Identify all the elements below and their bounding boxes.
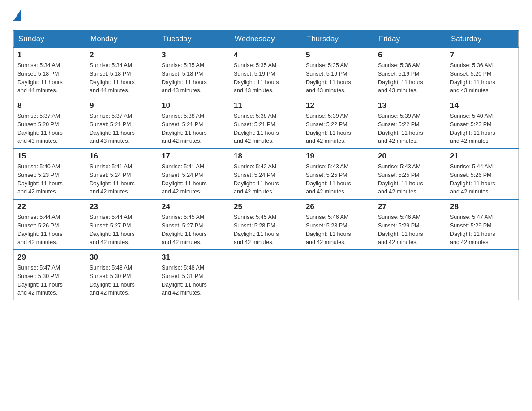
day-info: Sunrise: 5:34 AMSunset: 5:18 PMDaylight:… xyxy=(90,61,154,95)
weekday-header-friday: Friday xyxy=(374,30,446,47)
calendar-cell: 17Sunrise: 5:41 AMSunset: 5:24 PMDayligh… xyxy=(158,149,230,199)
day-number: 6 xyxy=(378,51,442,60)
calendar-week-3: 15Sunrise: 5:40 AMSunset: 5:23 PMDayligh… xyxy=(14,149,519,199)
day-info: Sunrise: 5:39 AMSunset: 5:22 PMDaylight:… xyxy=(306,112,370,146)
day-info: Sunrise: 5:43 AMSunset: 5:25 PMDaylight:… xyxy=(306,163,370,196)
calendar-cell: 30Sunrise: 5:48 AMSunset: 5:30 PMDayligh… xyxy=(86,250,158,300)
calendar-cell xyxy=(446,250,519,300)
day-info: Sunrise: 5:47 AMSunset: 5:29 PMDaylight:… xyxy=(450,213,515,247)
day-number: 4 xyxy=(234,51,298,60)
day-info: Sunrise: 5:41 AMSunset: 5:24 PMDaylight:… xyxy=(90,163,154,196)
day-number: 29 xyxy=(17,253,82,262)
day-number: 22 xyxy=(17,202,82,211)
calendar-cell: 22Sunrise: 5:44 AMSunset: 5:26 PMDayligh… xyxy=(14,199,86,250)
day-info: Sunrise: 5:36 AMSunset: 5:20 PMDaylight:… xyxy=(450,61,515,95)
calendar-cell: 10Sunrise: 5:38 AMSunset: 5:21 PMDayligh… xyxy=(158,98,230,149)
logo-triangle-icon xyxy=(14,10,21,20)
calendar-header-row: SundayMondayTuesdayWednesdayThursdayFrid… xyxy=(14,30,519,47)
day-number: 11 xyxy=(234,101,298,110)
calendar-cell: 8Sunrise: 5:37 AMSunset: 5:20 PMDaylight… xyxy=(14,98,86,149)
day-info: Sunrise: 5:45 AMSunset: 5:28 PMDaylight:… xyxy=(234,213,298,247)
calendar-table: SundayMondayTuesdayWednesdayThursdayFrid… xyxy=(13,30,519,300)
calendar-week-5: 29Sunrise: 5:47 AMSunset: 5:30 PMDayligh… xyxy=(14,250,519,300)
calendar-cell: 13Sunrise: 5:39 AMSunset: 5:22 PMDayligh… xyxy=(374,98,446,149)
day-number: 23 xyxy=(90,202,154,211)
day-number: 18 xyxy=(234,152,298,161)
calendar-cell: 3Sunrise: 5:35 AMSunset: 5:18 PMDaylight… xyxy=(158,47,230,98)
day-info: Sunrise: 5:44 AMSunset: 5:27 PMDaylight:… xyxy=(90,213,154,247)
weekday-header-thursday: Thursday xyxy=(302,30,374,47)
day-info: Sunrise: 5:34 AMSunset: 5:18 PMDaylight:… xyxy=(17,61,82,95)
calendar-cell xyxy=(230,250,302,300)
calendar-cell: 16Sunrise: 5:41 AMSunset: 5:24 PMDayligh… xyxy=(86,149,158,199)
day-number: 15 xyxy=(17,152,82,161)
day-number: 1 xyxy=(17,51,82,60)
day-info: Sunrise: 5:44 AMSunset: 5:26 PMDaylight:… xyxy=(17,213,82,247)
day-info: Sunrise: 5:37 AMSunset: 5:20 PMDaylight:… xyxy=(17,112,82,146)
calendar-cell: 24Sunrise: 5:45 AMSunset: 5:27 PMDayligh… xyxy=(158,199,230,250)
calendar-cell xyxy=(374,250,446,300)
day-number: 20 xyxy=(378,152,442,161)
day-info: Sunrise: 5:41 AMSunset: 5:24 PMDaylight:… xyxy=(162,163,226,196)
day-info: Sunrise: 5:36 AMSunset: 5:19 PMDaylight:… xyxy=(378,61,442,95)
calendar-week-2: 8Sunrise: 5:37 AMSunset: 5:20 PMDaylight… xyxy=(14,98,519,149)
calendar-cell: 31Sunrise: 5:48 AMSunset: 5:31 PMDayligh… xyxy=(158,250,230,300)
day-info: Sunrise: 5:45 AMSunset: 5:27 PMDaylight:… xyxy=(162,213,226,247)
day-number: 9 xyxy=(90,101,154,110)
day-info: Sunrise: 5:35 AMSunset: 5:18 PMDaylight:… xyxy=(162,61,226,95)
day-number: 12 xyxy=(306,101,370,110)
day-number: 7 xyxy=(450,51,515,60)
day-info: Sunrise: 5:44 AMSunset: 5:26 PMDaylight:… xyxy=(450,163,515,196)
day-number: 17 xyxy=(162,152,226,161)
page-header xyxy=(13,9,519,21)
day-number: 13 xyxy=(378,101,442,110)
calendar-cell: 14Sunrise: 5:40 AMSunset: 5:23 PMDayligh… xyxy=(446,98,519,149)
day-number: 27 xyxy=(378,202,442,211)
day-info: Sunrise: 5:37 AMSunset: 5:21 PMDaylight:… xyxy=(90,112,154,146)
calendar-cell: 2Sunrise: 5:34 AMSunset: 5:18 PMDaylight… xyxy=(86,47,158,98)
calendar-cell: 29Sunrise: 5:47 AMSunset: 5:30 PMDayligh… xyxy=(14,250,86,300)
day-info: Sunrise: 5:38 AMSunset: 5:21 PMDaylight:… xyxy=(234,112,298,146)
day-number: 31 xyxy=(162,253,226,262)
calendar-cell: 7Sunrise: 5:36 AMSunset: 5:20 PMDaylight… xyxy=(446,47,519,98)
day-number: 3 xyxy=(162,51,226,60)
weekday-header-sunday: Sunday xyxy=(14,30,86,47)
calendar-cell: 6Sunrise: 5:36 AMSunset: 5:19 PMDaylight… xyxy=(374,47,446,98)
day-info: Sunrise: 5:40 AMSunset: 5:23 PMDaylight:… xyxy=(450,112,515,146)
day-info: Sunrise: 5:48 AMSunset: 5:31 PMDaylight:… xyxy=(162,264,226,297)
logo-text xyxy=(13,9,21,19)
calendar-cell: 20Sunrise: 5:43 AMSunset: 5:25 PMDayligh… xyxy=(374,149,446,199)
calendar-cell: 23Sunrise: 5:44 AMSunset: 5:27 PMDayligh… xyxy=(86,199,158,250)
day-info: Sunrise: 5:40 AMSunset: 5:23 PMDaylight:… xyxy=(17,163,82,196)
day-info: Sunrise: 5:39 AMSunset: 5:22 PMDaylight:… xyxy=(378,112,442,146)
calendar-cell: 19Sunrise: 5:43 AMSunset: 5:25 PMDayligh… xyxy=(302,149,374,199)
day-number: 26 xyxy=(306,202,370,211)
calendar-cell: 11Sunrise: 5:38 AMSunset: 5:21 PMDayligh… xyxy=(230,98,302,149)
day-number: 25 xyxy=(234,202,298,211)
calendar-cell xyxy=(302,250,374,300)
day-info: Sunrise: 5:42 AMSunset: 5:24 PMDaylight:… xyxy=(234,163,298,196)
day-number: 8 xyxy=(17,101,82,110)
day-number: 21 xyxy=(450,152,515,161)
calendar-cell: 27Sunrise: 5:46 AMSunset: 5:29 PMDayligh… xyxy=(374,199,446,250)
calendar-cell: 25Sunrise: 5:45 AMSunset: 5:28 PMDayligh… xyxy=(230,199,302,250)
day-info: Sunrise: 5:46 AMSunset: 5:28 PMDaylight:… xyxy=(306,213,370,247)
day-info: Sunrise: 5:35 AMSunset: 5:19 PMDaylight:… xyxy=(234,61,298,95)
calendar-cell: 5Sunrise: 5:35 AMSunset: 5:19 PMDaylight… xyxy=(302,47,374,98)
weekday-header-wednesday: Wednesday xyxy=(230,30,302,47)
calendar-cell: 18Sunrise: 5:42 AMSunset: 5:24 PMDayligh… xyxy=(230,149,302,199)
day-number: 30 xyxy=(90,253,154,262)
day-number: 14 xyxy=(450,101,515,110)
calendar-cell: 15Sunrise: 5:40 AMSunset: 5:23 PMDayligh… xyxy=(14,149,86,199)
calendar-cell: 9Sunrise: 5:37 AMSunset: 5:21 PMDaylight… xyxy=(86,98,158,149)
day-number: 5 xyxy=(306,51,370,60)
day-number: 24 xyxy=(162,202,226,211)
day-info: Sunrise: 5:46 AMSunset: 5:29 PMDaylight:… xyxy=(378,213,442,247)
logo xyxy=(13,9,21,21)
calendar-cell: 21Sunrise: 5:44 AMSunset: 5:26 PMDayligh… xyxy=(446,149,519,199)
calendar-week-4: 22Sunrise: 5:44 AMSunset: 5:26 PMDayligh… xyxy=(14,199,519,250)
logo-underline xyxy=(13,20,21,21)
calendar-cell: 4Sunrise: 5:35 AMSunset: 5:19 PMDaylight… xyxy=(230,47,302,98)
day-number: 19 xyxy=(306,152,370,161)
day-info: Sunrise: 5:38 AMSunset: 5:21 PMDaylight:… xyxy=(162,112,226,146)
